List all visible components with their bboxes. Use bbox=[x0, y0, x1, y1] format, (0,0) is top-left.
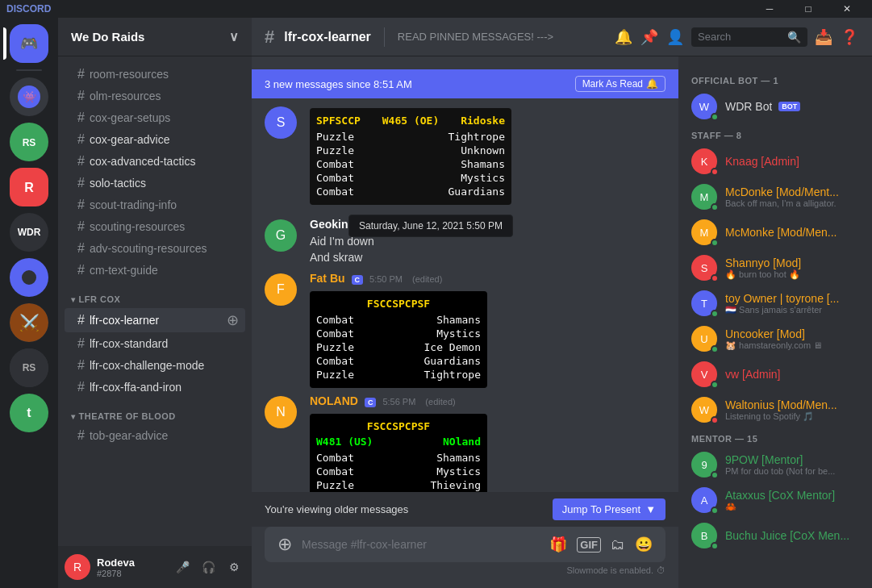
date-tooltip: Saturday, June 12, 2021 5:50 PM bbox=[348, 215, 513, 237]
member-name-uncooker: Uncooker [Mod] bbox=[725, 327, 822, 340]
member-list: OFFICIAL BOT — 1 W WDR Bot BOT STAFF — 8 bbox=[678, 56, 872, 588]
server-icon-7[interactable]: RS bbox=[10, 348, 48, 387]
user-avatar: R bbox=[65, 554, 90, 580]
member-toy-owner[interactable]: T toy Owner | toyrone [... 🇳🇱 Sans jamai… bbox=[685, 286, 866, 321]
member-9pow[interactable]: 9 9POW [Mentor] PM for duo tob (Not for … bbox=[685, 447, 866, 482]
maximize-button[interactable]: □ bbox=[790, 0, 827, 18]
member-mcmonke[interactable]: M McMonke [Mod/Men... bbox=[685, 215, 866, 250]
mute-button[interactable]: 🎤 bbox=[171, 556, 194, 578]
pin-icon[interactable]: 📌 bbox=[640, 27, 659, 47]
message-header-noland: NOLAND C 5:56 PM (edited) bbox=[310, 394, 665, 407]
new-messages-bar: 3 new messages since 8:51 AM Mark As Rea… bbox=[252, 69, 678, 98]
input-area: ⊕ 🎁 GIF 🗂 😀 Slowmode is enabled. ⏱ bbox=[252, 527, 678, 588]
discord-home-icon[interactable]: 🎮 bbox=[10, 24, 48, 63]
server-icon-2[interactable]: RS bbox=[10, 123, 48, 161]
member-uncooker[interactable]: U Uncooker [Mod] 🐹 hamstareonly.com 🖥 bbox=[685, 321, 866, 357]
gift-icon[interactable]: 🎁 bbox=[549, 536, 567, 553]
mark-as-read-button[interactable]: Mark As Read 🔔 bbox=[575, 76, 665, 92]
member-buchu[interactable]: B Buchu Juice [CoX Men... bbox=[685, 518, 866, 553]
svg-text:R: R bbox=[24, 181, 34, 194]
server-name: We Do Raids bbox=[71, 30, 144, 44]
message-author-fatbu: Fat Bu bbox=[310, 272, 345, 285]
member-waltonius[interactable]: W Waltonius [Mod/Men... Listening to Spo… bbox=[685, 392, 866, 427]
channel-item-olm-resources[interactable]: #olm-resources bbox=[65, 85, 245, 106]
channel-item-scouting-resources[interactable]: #scouting-resources bbox=[65, 216, 245, 237]
channel-item-lfr-cox-challenge-mode[interactable]: #lfr-cox-challenge-mode bbox=[65, 355, 245, 376]
channel-header: # lfr-cox-learner READ PINNED MESSAGES! … bbox=[252, 18, 872, 56]
search-icon: 🔍 bbox=[787, 31, 801, 44]
channel-item-room-resources[interactable]: #room-resources bbox=[65, 64, 245, 85]
channel-item-lfr-cox-ffa-and-iron[interactable]: #lfr-cox-ffa-and-iron bbox=[65, 377, 245, 398]
server-icon-3[interactable]: R bbox=[10, 168, 48, 206]
channel-item-solo-tactics[interactable]: #solo-tactics bbox=[65, 173, 245, 194]
member-shannyo[interactable]: S Shannyo [Mod] 🔥 burn too hot 🔥 bbox=[685, 250, 866, 286]
message-input[interactable] bbox=[302, 530, 540, 559]
svg-point-4 bbox=[21, 269, 37, 286]
member-status-uncooker bbox=[711, 345, 719, 353]
channel-item-scout-trading-info[interactable]: #scout-trading-info bbox=[65, 194, 245, 215]
member-wdr-bot[interactable]: W WDR Bot BOT bbox=[685, 89, 866, 124]
app-container: 🎮 👾 RS R WDR ⚔️ RS t We Do Raids bbox=[0, 18, 872, 588]
message-group-fatbu: F Fat Bu C 5:50 PM (edited) FSCCSPCPSF C… bbox=[252, 269, 678, 391]
channel-item-adv-scouting-resources[interactable]: #adv-scouting-resources bbox=[65, 238, 245, 259]
gif-icon[interactable]: GIF bbox=[577, 537, 601, 553]
message-content-image: SPFSCCP W465 (OE) Ridoske PuzzleTightrop… bbox=[310, 105, 665, 205]
message-content-fatbu: Fat Bu C 5:50 PM (edited) FSCCSPCPSF Com… bbox=[310, 272, 665, 388]
notification-icon[interactable]: 🔔 bbox=[614, 27, 633, 47]
channel-item-cox-advanced-tactics[interactable]: #cox-advanced-tactics bbox=[65, 151, 245, 172]
server-icon-1[interactable]: 👾 bbox=[10, 77, 48, 116]
noland-table-row-1: CombatShamans bbox=[316, 451, 481, 465]
message-content-noland: NOLAND C 5:56 PM (edited) FSCCSPCPSF W48… bbox=[310, 394, 665, 492]
server-icon-6[interactable]: ⚔️ bbox=[10, 303, 48, 342]
emoji-icon[interactable]: 😀 bbox=[635, 536, 653, 553]
member-mcdonke[interactable]: M McDonke [Mod/Ment... Back off man, I'm… bbox=[685, 179, 866, 215]
member-knaag[interactable]: K Knaag [Admin] bbox=[685, 144, 866, 179]
add-attachment-button[interactable]: ⊕ bbox=[277, 534, 292, 555]
member-ataxxus[interactable]: A Ataxxus [CoX Mentor] 🦀 bbox=[685, 482, 866, 518]
game-table-row: CombatMystics bbox=[316, 171, 505, 185]
titlebar-left: DISCORD bbox=[6, 3, 51, 15]
category-lfr-cox[interactable]: ▾ LFR COX bbox=[58, 281, 252, 307]
inbox-icon[interactable]: 📥 bbox=[814, 27, 833, 47]
members-icon[interactable]: 👤 bbox=[665, 27, 685, 47]
channel-item-lfr-cox-standard[interactable]: #lfr-cox-standard bbox=[65, 333, 245, 354]
member-name-mcdonke: McDonke [Mod/Ment... bbox=[725, 186, 839, 198]
main-content: # lfr-cox-learner READ PINNED MESSAGES! … bbox=[252, 18, 872, 588]
settings-button[interactable]: ⚙ bbox=[223, 556, 245, 578]
channel-item-cm-text-guide[interactable]: #cm-text-guide bbox=[65, 260, 245, 281]
category-theatre-of-blood[interactable]: ▾ THEATRE OF BLOOD bbox=[58, 398, 252, 424]
message-timestamp-noland: 5:56 PM bbox=[382, 397, 415, 407]
member-vw[interactable]: V vw [Admin] bbox=[685, 357, 866, 392]
older-messages-bar: You're viewing older messages Jump To Pr… bbox=[252, 492, 678, 527]
member-subtext-toy-owner: 🇳🇱 Sans jamais s'arrêter bbox=[725, 305, 839, 315]
sticker-icon[interactable]: 🗂 bbox=[611, 536, 625, 553]
new-messages-text: 3 new messages since 8:51 AM bbox=[265, 78, 412, 90]
channel-item-tob-gear-advice[interactable]: #tob-gear-advice bbox=[65, 425, 245, 446]
pinned-messages-link[interactable]: READ PINNED MESSAGES! ---> bbox=[398, 31, 604, 43]
add-member-icon[interactable]: ⊕ bbox=[227, 311, 239, 329]
help-icon[interactable]: ❓ bbox=[840, 27, 859, 47]
minimize-button[interactable]: ─ bbox=[751, 0, 788, 18]
channel-item-lfr-cox-learner[interactable]: # lfr-cox-learner ⊕ bbox=[65, 308, 245, 332]
channel-item-cox-gear-setups[interactable]: #cox-gear-setups bbox=[65, 107, 245, 128]
jump-to-present-button[interactable]: Jump To Present ▼ bbox=[553, 498, 665, 520]
server-icon-5[interactable] bbox=[10, 258, 48, 297]
server-icon-wdr[interactable]: WDR bbox=[10, 213, 48, 252]
message-avatar-geoking: G bbox=[265, 219, 297, 252]
member-subtext-ataxxus: 🦀 bbox=[725, 502, 835, 512]
user-controls: 🎤 🎧 ⚙ bbox=[171, 556, 245, 578]
slowmode-notice: Slowmode is enabled. ⏱ bbox=[265, 562, 665, 575]
deafen-button[interactable]: 🎧 bbox=[197, 556, 219, 578]
bot-badge-wdr: BOT bbox=[778, 102, 800, 111]
server-header[interactable]: We Do Raids ∨ bbox=[58, 18, 252, 56]
server-icon-8[interactable]: t bbox=[10, 394, 48, 432]
close-button[interactable]: ✕ bbox=[828, 0, 866, 18]
game-table-top: SPFSCCP W465 (OE) Ridoske PuzzleTightrop… bbox=[310, 108, 511, 205]
home-server-wrapper: 🎮 bbox=[10, 24, 48, 63]
member-status-mcmonke bbox=[711, 239, 719, 247]
search-input[interactable] bbox=[698, 31, 782, 43]
game-table-header-noland: FSCCSPCPSF bbox=[316, 420, 481, 432]
channel-item-cox-gear-advice[interactable]: #cox-gear-advice bbox=[65, 129, 245, 150]
member-avatar-mcdonke: M bbox=[691, 184, 717, 210]
search-bar: 🔍 bbox=[691, 27, 807, 47]
